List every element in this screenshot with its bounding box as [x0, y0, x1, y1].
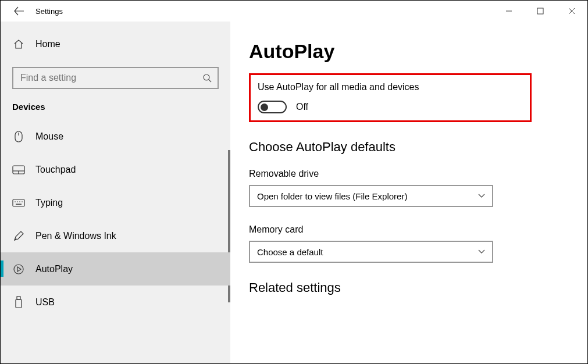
memory-card-dropdown[interactable]: Choose a default — [249, 241, 493, 263]
sidebar-item-label: Pen & Windows Ink — [35, 231, 116, 241]
sidebar-item-label: Touchpad — [35, 165, 76, 175]
svg-point-8 — [15, 201, 16, 202]
svg-point-10 — [19, 201, 20, 202]
sidebar-item-label: Typing — [35, 198, 63, 208]
selection-accent — [1, 260, 3, 277]
keyboard-icon — [12, 197, 25, 209]
autoplay-icon — [12, 263, 25, 276]
maximize-icon — [537, 8, 544, 15]
search-box[interactable] — [12, 67, 219, 89]
sidebar-home[interactable]: Home — [1, 32, 230, 56]
sidebar-item-usb[interactable]: USB — [1, 286, 230, 319]
main-content: AutoPlay Use AutoPlay for all media and … — [230, 22, 587, 363]
titlebar: Settings — [1, 1, 587, 22]
sidebar-item-touchpad[interactable]: Touchpad — [1, 153, 230, 186]
home-icon — [12, 38, 25, 51]
svg-rect-14 — [17, 297, 20, 299]
dropdown-value: Choose a default — [257, 247, 323, 257]
close-icon — [568, 8, 575, 15]
memory-card-label: Memory card — [249, 224, 569, 235]
sidebar: Home Devices Mouse Touchpad Typing — [1, 22, 230, 363]
minimize-icon — [505, 8, 512, 15]
mouse-icon — [12, 130, 25, 143]
touchpad-icon — [12, 163, 25, 176]
svg-rect-12 — [16, 204, 22, 204]
window-controls — [493, 1, 587, 22]
svg-rect-15 — [16, 299, 22, 308]
toggle-caption: Use AutoPlay for all media and devices — [258, 82, 523, 92]
sidebar-item-pen[interactable]: Pen & Windows Ink — [1, 219, 230, 252]
dropdown-value: Open folder to view files (File Explorer… — [257, 191, 407, 201]
toggle-knob — [261, 104, 268, 111]
section-heading-defaults: Choose AutoPlay defaults — [249, 140, 569, 155]
sidebar-item-label: USB — [35, 297, 55, 308]
sidebar-item-autoplay[interactable]: AutoPlay — [1, 252, 230, 286]
removable-drive-dropdown[interactable]: Open folder to view files (File Explorer… — [249, 185, 493, 207]
chevron-down-icon — [478, 249, 485, 254]
svg-rect-7 — [13, 199, 24, 206]
svg-rect-0 — [537, 8, 543, 14]
sidebar-heading: Devices — [1, 102, 230, 120]
sidebar-item-typing[interactable]: Typing — [1, 186, 230, 219]
page-title: AutoPlay — [249, 40, 569, 63]
sidebar-home-label: Home — [35, 39, 60, 49]
svg-point-11 — [22, 201, 23, 202]
maximize-button[interactable] — [525, 1, 556, 22]
removable-drive-label: Removable drive — [249, 169, 569, 179]
nav-list: Mouse Touchpad Typing Pen & Windows Ink … — [1, 120, 230, 363]
sidebar-item-label: Mouse — [35, 131, 63, 142]
search-icon — [197, 73, 218, 83]
search-input[interactable] — [13, 73, 197, 83]
toggle-row: Off — [258, 101, 523, 113]
svg-point-13 — [14, 265, 23, 274]
pen-icon — [12, 230, 25, 242]
chevron-down-icon — [478, 194, 485, 198]
sidebar-item-label: AutoPlay — [35, 264, 73, 274]
svg-point-1 — [204, 74, 209, 80]
minimize-button[interactable] — [493, 1, 525, 22]
autoplay-toggle[interactable] — [258, 101, 287, 113]
highlighted-setting: Use AutoPlay for all media and devices O… — [249, 73, 532, 122]
back-button[interactable] — [8, 1, 31, 22]
svg-point-9 — [17, 201, 18, 202]
usb-icon — [12, 296, 25, 309]
toggle-state-label: Off — [296, 102, 308, 112]
arrow-left-icon — [14, 6, 24, 16]
section-heading-related: Related settings — [249, 280, 569, 295]
window-title: Settings — [35, 7, 493, 16]
sidebar-item-mouse[interactable]: Mouse — [1, 120, 230, 153]
close-button[interactable] — [556, 1, 587, 22]
